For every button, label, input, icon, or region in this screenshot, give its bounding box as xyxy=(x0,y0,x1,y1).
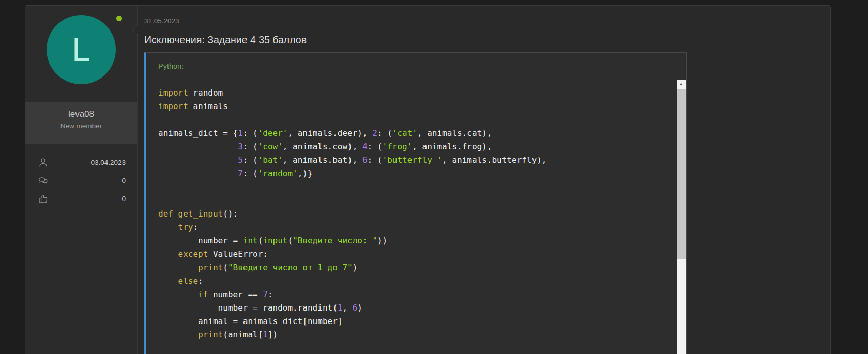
user-stats: 03.04.2023 0 0 xyxy=(25,144,137,208)
user-icon xyxy=(38,157,49,168)
likes-count: 0 xyxy=(49,195,126,203)
code-line: animals_dict = {1: ('deer', animals.deer… xyxy=(158,127,672,140)
scrollbar-track[interactable]: ▲ xyxy=(677,80,686,354)
post-title: Исключения: Задание 4 35 баллов xyxy=(144,34,307,46)
scrollbar-thumb[interactable] xyxy=(677,89,686,259)
code-line: def get_input(): xyxy=(158,207,672,221)
joined-date: 03.04.2023 xyxy=(49,159,126,166)
code-scroll-area: import randomimport animals animals_dict… xyxy=(146,80,686,354)
post-date-link[interactable]: 31.05.2023 xyxy=(144,17,179,25)
code-line: import animals xyxy=(158,100,672,113)
post-content: 31.05.2023 Исключения: Задание 4 35 балл… xyxy=(138,6,830,354)
scroll-up-button[interactable]: ▲ xyxy=(677,80,686,88)
avatar[interactable]: L xyxy=(47,15,116,84)
code-line: number = random.randint(1, 6) xyxy=(158,301,672,315)
user-role: New member xyxy=(25,122,137,130)
code-block: Python: import randomimport animals anim… xyxy=(144,52,687,354)
code-content: import randomimport animals animals_dict… xyxy=(146,80,677,354)
avatar-cell: L xyxy=(25,6,137,102)
code-line: 3: ('cow', animals.cow), 4: ('frog', ani… xyxy=(158,140,672,153)
code-line xyxy=(158,194,672,207)
comments-icon xyxy=(38,175,49,186)
code-line: 7: ('random',)} xyxy=(158,167,672,180)
code-line xyxy=(158,113,672,127)
like-icon xyxy=(38,193,49,204)
username-link[interactable]: leva08 xyxy=(25,109,137,119)
code-line: try: xyxy=(158,221,672,234)
code-line: except ValueError: xyxy=(158,248,672,261)
code-line: else: xyxy=(158,274,672,288)
post-card: L leva08 New member 03.04.2023 0 xyxy=(25,5,831,354)
online-indicator xyxy=(116,16,122,21)
code-line: print("Введите число от 1 до 7") xyxy=(158,261,672,274)
avatar-initial: L xyxy=(72,33,90,66)
code-line xyxy=(158,180,672,194)
user-name-band: leva08 New member xyxy=(25,102,137,144)
code-line: number = int(input("Введите число: ")) xyxy=(158,234,672,248)
code-line: animal = animals_dict[number] xyxy=(158,315,672,328)
code-language-label: Python: xyxy=(158,62,184,70)
code-line: print(animal[1]) xyxy=(158,328,672,342)
code-line: if number == 7: xyxy=(158,288,672,301)
stat-row-joined: 03.04.2023 xyxy=(38,153,126,172)
stat-row-likes: 0 xyxy=(38,190,126,208)
code-line: import random xyxy=(158,86,672,100)
stat-row-messages: 0 xyxy=(38,172,126,190)
code-line: 5: ('bat', animals.bat), 6: ('butterfly … xyxy=(158,153,672,167)
messages-count: 0 xyxy=(49,177,126,184)
user-sidebar: L leva08 New member 03.04.2023 0 xyxy=(25,6,138,354)
